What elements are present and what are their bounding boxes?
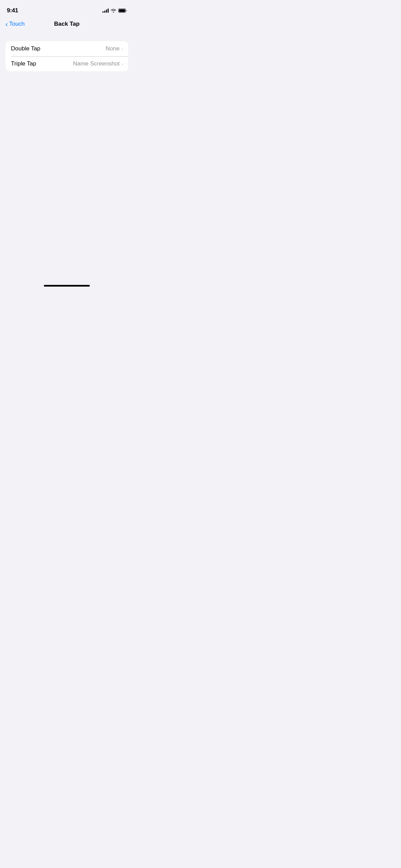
double-tap-chevron-icon: › <box>122 46 123 52</box>
double-tap-label: Double Tap <box>11 45 40 52</box>
back-chevron-icon: ‹ <box>5 21 8 27</box>
settings-group: Double Tap None › Triple Tap Name Screen… <box>5 41 128 71</box>
triple-tap-right: Name Screenshot › <box>73 60 123 67</box>
battery-icon <box>118 9 127 13</box>
signal-icon <box>102 9 109 13</box>
content-area: Double Tap None › Triple Tap Name Screen… <box>0 32 134 71</box>
svg-rect-1 <box>119 9 125 12</box>
back-button[interactable]: ‹ Touch <box>5 21 25 27</box>
wifi-icon <box>111 9 116 13</box>
status-bar: 9:41 <box>0 0 134 16</box>
home-indicator <box>44 285 90 287</box>
status-icons <box>102 9 127 13</box>
double-tap-right: None › <box>106 45 123 52</box>
page-title: Back Tap <box>54 21 80 27</box>
triple-tap-row[interactable]: Triple Tap Name Screenshot › <box>5 56 128 71</box>
double-tap-row[interactable]: Double Tap None › <box>5 41 128 56</box>
nav-bar: ‹ Touch Back Tap <box>0 16 134 32</box>
triple-tap-chevron-icon: › <box>122 61 123 67</box>
back-button-label: Touch <box>9 21 25 27</box>
triple-tap-value: Name Screenshot <box>73 60 120 67</box>
double-tap-value: None <box>106 45 120 52</box>
status-time: 9:41 <box>7 7 18 14</box>
triple-tap-label: Triple Tap <box>11 60 36 67</box>
